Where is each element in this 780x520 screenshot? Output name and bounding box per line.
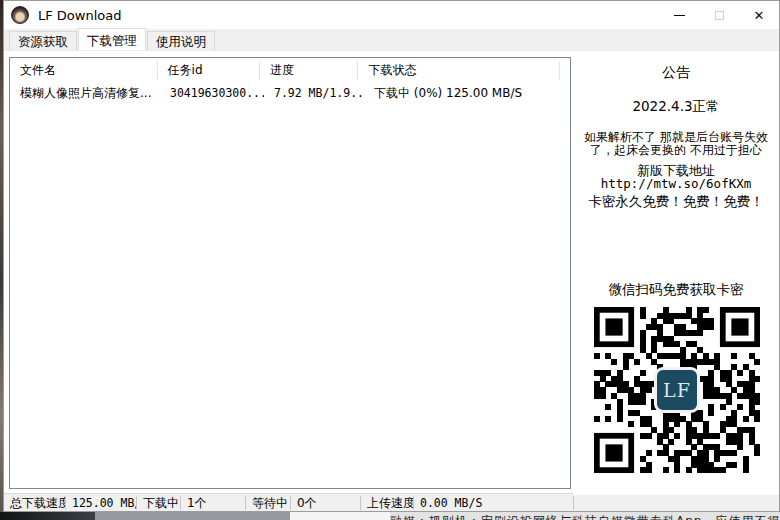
background-light-segment — [290, 512, 390, 520]
tab-page-content: 文件名 任务id 进度 下载状态 模糊人像照片高清修复... 304196303… — [4, 51, 779, 493]
close-button[interactable]: ✕ — [739, 1, 779, 29]
upload-speed-label: 上传速度 — [361, 496, 414, 510]
screen: LF Download ✕ 资源获取 下载管理 使用说明 文件名 任务id 进度… — [0, 0, 780, 520]
download-table: 文件名 任务id 进度 下载状态 模糊人像照片高清修复... 304196303… — [9, 57, 571, 489]
announcement-note-line2: 了，起床会更换的 不用过于担心 — [573, 142, 779, 159]
download-url: http://mtw.so/6ofKXm — [573, 176, 779, 191]
app-window: LF Download ✕ 资源获取 下载管理 使用说明 文件名 任务id 进度… — [3, 0, 780, 512]
window-controls: ✕ — [659, 1, 779, 29]
table-header: 文件名 任务id 进度 下载状态 — [10, 58, 570, 83]
maximize-button — [699, 1, 739, 29]
header-cell-status[interactable]: 下载状态 — [358, 61, 560, 80]
app-icon — [11, 6, 29, 24]
downloading-label: 下载中 — [137, 496, 181, 510]
background-window-text: 融媒：规则机：宏剧设投网络与科技自媒微带专科App，应使用不得微带 — [390, 512, 780, 520]
downloading-count: 1个 — [181, 496, 246, 510]
title-bar: LF Download ✕ — [4, 1, 779, 29]
waiting-count: 0个 — [291, 496, 361, 510]
cell-status: 下载中 (0%) 125.00 MB/S — [364, 85, 569, 102]
minimize-button[interactable] — [659, 1, 699, 29]
tab-bar: 资源获取 下载管理 使用说明 — [4, 29, 779, 51]
qr-logo: LF — [654, 367, 700, 413]
tab-instructions[interactable]: 使用说明 — [147, 31, 215, 50]
version-status-line: 2022.4.3正常 — [573, 98, 779, 116]
total-download-speed-value: 125.00 MB/S — [66, 496, 137, 510]
cell-progress: 7.92 MB/1.9... — [264, 86, 364, 100]
background-gray-segment — [95, 512, 290, 520]
cell-filename: 模糊人像照片高清修复... — [10, 85, 160, 102]
upload-speed-value: 0.00 MB/S — [414, 496, 574, 510]
background-dark-segment — [0, 512, 95, 520]
header-cell-filler — [560, 61, 570, 80]
table-row[interactable]: 模糊人像照片高清修复... 30419630300... 7.92 MB/1.9… — [10, 83, 570, 103]
header-cell-progress[interactable]: 进度 — [260, 61, 358, 80]
qr-code: LF — [594, 307, 760, 473]
announcement-panel: 公告 2022.4.3正常 如果解析不了 那就是后台账号失效 了，起床会更换的 … — [573, 51, 779, 495]
announcement-title: 公告 — [573, 64, 779, 82]
waiting-label: 等待中 — [246, 496, 291, 510]
tab-resource-acquisition[interactable]: 资源获取 — [9, 31, 77, 50]
window-title: LF Download — [38, 8, 121, 23]
maximize-icon — [715, 11, 724, 20]
minimize-icon — [674, 15, 685, 16]
tab-download-management[interactable]: 下载管理 — [78, 28, 146, 50]
status-bar-filler — [574, 496, 779, 510]
qr-caption: 微信扫码免费获取卡密 — [573, 281, 779, 299]
cell-task-id: 30419630300... — [160, 86, 264, 100]
close-icon: ✕ — [754, 9, 765, 22]
header-cell-task-id[interactable]: 任务id — [158, 61, 260, 80]
free-card-key-line: 卡密永久免费！免费！免费！ — [573, 193, 779, 211]
status-bar: 总下载速度 125.00 MB/S 下载中 1个 等待中 0个 上传速度 0.0… — [4, 493, 779, 511]
header-cell-filename[interactable]: 文件名 — [10, 61, 158, 80]
desktop-background-bottom-sliver: 融媒：规则机：宏剧设投网络与科技自媒微带专科App，应使用不得微带 — [0, 512, 780, 520]
total-download-speed-label: 总下载速度 — [4, 496, 66, 510]
